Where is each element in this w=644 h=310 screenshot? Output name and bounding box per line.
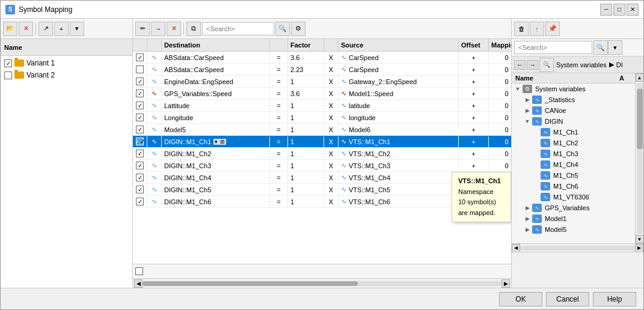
table-row-selected[interactable]: ✓ ∿ DIGIN::M1_Ch1 ▾ ⊞ = 1 X ∿VTS::M1_Ch1… bbox=[133, 136, 511, 148]
table-row[interactable]: ∿ Model5 = 1 X ∿Model6 + 0 bbox=[133, 124, 511, 136]
nav-search-btn[interactable]: 🔍 bbox=[539, 58, 554, 72]
tree-item-model1[interactable]: ▶ ∿ Model1 bbox=[512, 213, 635, 224]
table-row[interactable]: ∿ DIGIN::M1_Ch2 = 1 X ∿VTS::M1_Ch2 + 0 bbox=[133, 148, 511, 160]
h-scroll-track-right[interactable] bbox=[520, 246, 635, 251]
row-checkbox[interactable] bbox=[136, 126, 144, 133]
tree-item-m1ch5[interactable]: ∿ M1_Ch5 bbox=[512, 170, 635, 181]
tree-item-model5[interactable]: ▶ ∿ Model5 bbox=[512, 224, 635, 235]
table-row[interactable]: ∿ ABSdata::CarSpeed = 2.23 X ∿CarSpeed +… bbox=[133, 64, 511, 76]
v-scrollbar-right[interactable]: ▲ ▼ bbox=[635, 73, 643, 243]
row-checkbox[interactable] bbox=[136, 102, 144, 109]
row-checkbox[interactable] bbox=[136, 53, 144, 61]
arrow-up-btn[interactable]: ↑ bbox=[530, 22, 544, 36]
h-scrollbar-right[interactable]: ◀ ▶ bbox=[512, 243, 643, 252]
table-row[interactable]: ∿ Lattitude = 1 X ∿latitude + 0 bbox=[133, 100, 511, 112]
scroll-thumb[interactable] bbox=[143, 281, 358, 286]
title-bar: S Symbol Mapping ─ □ ✕ bbox=[1, 1, 643, 19]
table-row[interactable]: ∿ ABSdata::CarSpeed = 3.6 X ∿CarSpeed + … bbox=[133, 52, 511, 64]
add-row-checkbox[interactable] bbox=[135, 267, 143, 275]
cancel-button[interactable]: Cancel bbox=[546, 292, 589, 306]
row-checkbox[interactable]: ✓ bbox=[136, 138, 144, 145]
export-button[interactable]: ↗ bbox=[38, 22, 53, 36]
bottom-bar: OK Cancel Help bbox=[1, 288, 643, 309]
tree-item-system-variables[interactable]: ▼ ⚙ System variables bbox=[512, 84, 635, 94]
row-checkbox[interactable] bbox=[136, 162, 144, 169]
variant-checkbox-2[interactable] bbox=[4, 71, 12, 79]
tree-item-statistics[interactable]: ▶ ∿ _Statistics bbox=[512, 94, 635, 105]
close-button[interactable]: ✕ bbox=[627, 4, 639, 16]
row-checkbox[interactable] bbox=[136, 174, 144, 181]
h-scrollbar[interactable]: ◀ ▶ bbox=[133, 278, 511, 288]
tree-item-m1vt6306[interactable]: ∿ M1_VT6306 bbox=[512, 192, 635, 202]
table-row[interactable]: ∿ DIGIN::M1_Ch3 = 1 X ∿VTS::M1_Ch3 + 0 bbox=[133, 160, 511, 172]
row-checkbox[interactable] bbox=[136, 90, 144, 97]
ok-button[interactable]: OK bbox=[499, 292, 542, 306]
tree-folder-icon: ⚙ bbox=[523, 85, 532, 93]
table-row[interactable]: ∿ GPS_Variables::Speed = 3.6 X ∿Model1::… bbox=[133, 88, 511, 100]
tree-label-m1ch1: M1_Ch1 bbox=[553, 129, 578, 136]
add-button[interactable]: + bbox=[54, 22, 69, 36]
right-search-btn[interactable]: 🔍 bbox=[593, 40, 608, 55]
copy-button[interactable]: ⧉ bbox=[186, 22, 201, 36]
delete-button[interactable]: ✕ bbox=[19, 22, 33, 36]
scroll-left-btn[interactable]: ◀ bbox=[134, 279, 143, 288]
row-checkbox[interactable] bbox=[136, 114, 144, 121]
td-src: ∿CarSpeed bbox=[339, 52, 459, 63]
tree-expand-arrow[interactable]: ▶ bbox=[524, 97, 531, 103]
tree-expand-arrow[interactable]: ▼ bbox=[514, 86, 521, 92]
row-checkbox[interactable] bbox=[136, 78, 144, 85]
arrow-right-button[interactable]: → bbox=[151, 22, 165, 36]
edit-button[interactable]: ✏ bbox=[135, 22, 150, 36]
table-row[interactable]: ∿ Longitude = 1 X ∿longitude + 0 bbox=[133, 112, 511, 124]
tree-expand-arrow[interactable]: ▼ bbox=[524, 118, 531, 124]
scroll-down-btn-right[interactable]: ▼ bbox=[636, 235, 644, 243]
tree-item-m1ch1[interactable]: ∿ M1_Ch1 bbox=[512, 127, 635, 138]
scroll-right-btn[interactable]: ▶ bbox=[501, 279, 510, 288]
right-search-opt-btn[interactable]: ▾ bbox=[608, 40, 622, 55]
maximize-button[interactable]: □ bbox=[613, 4, 625, 16]
scroll-up-btn-right[interactable]: ▲ bbox=[636, 73, 644, 82]
nav-back-btn[interactable]: ← bbox=[514, 60, 526, 70]
right-search-input[interactable] bbox=[514, 41, 592, 54]
tree-signal-icon-canoe: ∿ bbox=[532, 106, 542, 115]
variant-item[interactable]: Variant 1 bbox=[2, 57, 131, 69]
tree-expand-arrow[interactable]: ▶ bbox=[524, 205, 531, 211]
h-scroll-right-right[interactable]: ▶ bbox=[635, 244, 643, 252]
variant-checkbox-1[interactable] bbox=[4, 59, 12, 67]
v-scroll-track[interactable] bbox=[637, 83, 643, 234]
tree-item-canoe[interactable]: ▶ ∿ CANoe bbox=[512, 105, 635, 116]
delete-mapping-button[interactable]: ✕ bbox=[167, 22, 181, 36]
tree-expand-arrow[interactable]: ▶ bbox=[524, 108, 531, 114]
row-checkbox[interactable] bbox=[136, 65, 144, 73]
variant-item-2[interactable]: Variant 2 bbox=[2, 69, 131, 81]
search-icon-btn[interactable]: 🔍 bbox=[275, 22, 290, 36]
tree-item-digin[interactable]: ▼ ∿ DIGIN bbox=[512, 116, 635, 127]
tree-item-m1ch2[interactable]: ∿ M1_Ch2 bbox=[512, 138, 635, 148]
row-checkbox[interactable] bbox=[136, 198, 144, 205]
tree-expand-arrow[interactable]: ▶ bbox=[524, 226, 531, 232]
pin-btn[interactable]: 📌 bbox=[545, 22, 560, 36]
help-button[interactable]: Help bbox=[593, 292, 636, 306]
tree-item-m1ch6[interactable]: ∿ M1_Ch6 bbox=[512, 181, 635, 192]
window-controls: ─ □ ✕ bbox=[600, 4, 639, 16]
scroll-track[interactable] bbox=[143, 281, 501, 286]
tree-item-gps[interactable]: ▶ ∿ GPS_Variables bbox=[512, 202, 635, 213]
row-checkbox[interactable] bbox=[136, 150, 144, 157]
v-scroll-thumb[interactable] bbox=[637, 89, 643, 149]
search-options-btn[interactable]: ⚙ bbox=[291, 22, 305, 36]
nav-fwd-btn[interactable]: → bbox=[527, 60, 538, 70]
mapping-search-input[interactable] bbox=[202, 22, 274, 35]
tree-item-m1ch3[interactable]: ∿ M1_Ch3 bbox=[512, 148, 635, 159]
open-folder-button[interactable]: 📂 bbox=[3, 22, 17, 36]
h-scroll-left-right[interactable]: ◀ bbox=[512, 244, 520, 252]
delete-right-btn[interactable]: 🗑 bbox=[514, 22, 529, 36]
tree-expand-arrow[interactable]: ▶ bbox=[524, 216, 531, 222]
table-row[interactable]: ∿ EngineData::EngSpeed = 1 X ∿Gateway_2:… bbox=[133, 76, 511, 88]
dropdown-button[interactable]: ▾ bbox=[70, 22, 84, 36]
minimize-button[interactable]: ─ bbox=[600, 4, 612, 16]
tree-item-m1ch4[interactable]: ∿ M1_Ch4 bbox=[512, 159, 635, 170]
main-area: 📂 ✕ ↗ + ▾ Name Variant 1 bbox=[1, 19, 643, 288]
nav-path: System variables bbox=[556, 61, 607, 68]
td-check[interactable] bbox=[133, 52, 147, 63]
row-checkbox[interactable] bbox=[136, 186, 144, 193]
